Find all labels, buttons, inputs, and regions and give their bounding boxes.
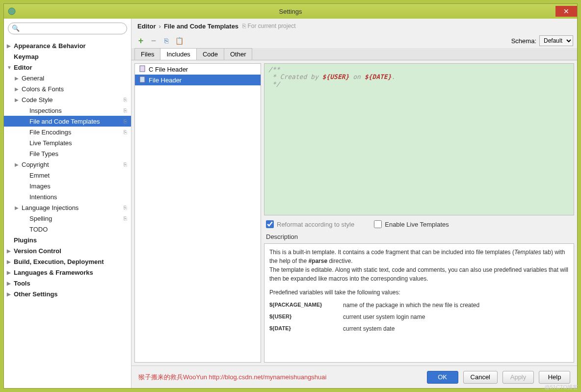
template-editor[interactable]: /** * Created by ${USER} on ${DATE}. */ [264,63,574,215]
breadcrumb-templates: File and Code Templates [164,23,238,30]
tree-item-colors-fonts[interactable]: ▶Colors & Fonts [4,83,131,94]
scope-icon: ⎘ [124,107,127,113]
add-button[interactable]: + [135,35,146,46]
scope-icon: ⎘ [124,118,127,124]
expand-arrow-icon: ▶ [15,205,19,210]
tree-item-other-settings[interactable]: ▶Other Settings [4,288,131,299]
ok-button[interactable]: OK [427,371,458,384]
expand-arrow-icon: ▶ [15,162,19,167]
tree-item-editor[interactable]: ▼Editor [4,62,131,73]
close-button[interactable]: ✕ [555,6,577,17]
expand-arrow-icon: ▼ [7,65,12,70]
expand-arrow-icon: ▶ [15,76,19,81]
scope-icon: ⎘ [124,161,127,167]
tree-item-build-execution-deployment[interactable]: ▶Build, Execution, Deployment [4,256,131,267]
list-item[interactable]: File Header [135,75,261,85]
description-box: This is a built-in template. It contains… [264,243,574,363]
help-button[interactable]: Help [539,371,570,384]
variable-row: ${PACKAGE_NAME}name of the package in wh… [269,301,569,310]
tree-item-code-style[interactable]: ▶Code Style⎘ [4,94,131,105]
expand-arrow-icon: ▶ [7,291,11,297]
tree-item-images[interactable]: Images [4,181,131,191]
template-list: C File HeaderFile Header [134,63,261,363]
expand-arrow-icon: ▶ [7,281,11,286]
template-action-button[interactable]: 📋 [174,35,185,46]
scope-icon: ⎘ [124,205,127,210]
apply-button[interactable]: Apply [502,371,534,384]
cancel-button[interactable]: Cancel [463,371,498,384]
tree-item-intentions[interactable]: Intentions [4,191,131,202]
file-icon [139,76,146,84]
expand-arrow-icon: ▶ [7,248,11,254]
settings-tree: ▶Appearance & BehaviorKeymap▼Editor▶Gene… [4,38,131,388]
expand-arrow-icon: ▶ [15,97,19,103]
remove-button[interactable]: − [148,35,159,46]
scope-icon: ⎘ [124,129,127,135]
tree-item-keymap[interactable]: Keymap [4,51,131,62]
breadcrumb: Editor › File and Code Templates ⎘ For c… [132,19,577,33]
tree-item-file-and-code-templates[interactable]: File and Code Templates⎘ [4,116,131,127]
reformat-checkbox[interactable]: Reformat according to style [266,220,354,228]
watermark-text: 猴子搬来的救兵WooYun http://blog.csdn.net/mynam… [138,373,326,382]
corner-watermark: @51CTO博客 [545,384,578,391]
tree-item-languages-frameworks[interactable]: ▶Languages & Frameworks [4,267,131,278]
tab-other[interactable]: Other [224,48,253,60]
variable-row: ${DATE}current system date [269,324,569,333]
tree-item-file-types[interactable]: File Types [4,148,131,159]
tree-item-todo[interactable]: TODO [4,224,131,235]
tab-code[interactable]: Code [196,48,224,60]
expand-arrow-icon: ▶ [7,270,11,275]
search-input[interactable] [8,23,127,34]
toolbar: + − ⎘ 📋 Schema: Default [132,33,577,48]
tree-item-tools[interactable]: ▶Tools [4,278,131,288]
description-label: Description [264,233,574,240]
tree-item-appearance-behavior[interactable]: ▶Appearance & Behavior [4,40,131,51]
titlebar: Settings ✕ [4,4,577,19]
app-icon [8,7,16,15]
tree-item-version-control[interactable]: ▶Version Control [4,245,131,256]
breadcrumb-editor[interactable]: Editor [137,23,156,30]
svg-rect-2 [140,77,145,82]
svg-rect-1 [140,66,145,72]
project-scope-hint: ⎘ For current project [242,23,295,29]
tree-item-emmet[interactable]: Emmet [4,170,131,181]
tab-includes[interactable]: Includes [160,48,196,60]
tree-item-plugins[interactable]: Plugins [4,235,131,245]
variable-row: ${USER}current user system login name [269,313,569,321]
settings-sidebar: 🔍 ▶Appearance & BehaviorKeymap▼Editor▶Ge… [4,19,132,388]
tree-item-inspections[interactable]: Inspections⎘ [4,105,131,116]
expand-arrow-icon: ▶ [15,86,19,92]
search-icon: 🔍 [12,25,20,32]
tree-item-copyright[interactable]: ▶Copyright⎘ [4,159,131,170]
file-icon [139,65,146,74]
window-title: Settings [279,8,302,15]
tab-files[interactable]: Files [134,48,160,60]
tree-item-language-injections[interactable]: ▶Language Injections⎘ [4,202,131,213]
list-item[interactable]: C File Header [135,64,261,75]
expand-arrow-icon: ▶ [7,259,11,264]
scope-icon: ⎘ [124,215,127,221]
scope-icon: ⎘ [124,97,127,103]
live-templates-checkbox[interactable]: Enable Live Templates [374,220,449,228]
expand-arrow-icon: ▶ [7,43,11,49]
tree-item-general[interactable]: ▶General [4,73,131,83]
svg-point-0 [8,8,15,15]
tree-item-file-encodings[interactable]: File Encodings⎘ [4,127,131,137]
tree-item-spelling[interactable]: Spelling⎘ [4,213,131,224]
schema-label: Schema: [511,37,536,45]
template-tabs: FilesIncludesCodeOther [132,48,577,60]
copy-button[interactable]: ⎘ [161,35,172,46]
tree-item-live-templates[interactable]: Live Templates [4,137,131,148]
schema-select[interactable]: Default [539,35,573,46]
